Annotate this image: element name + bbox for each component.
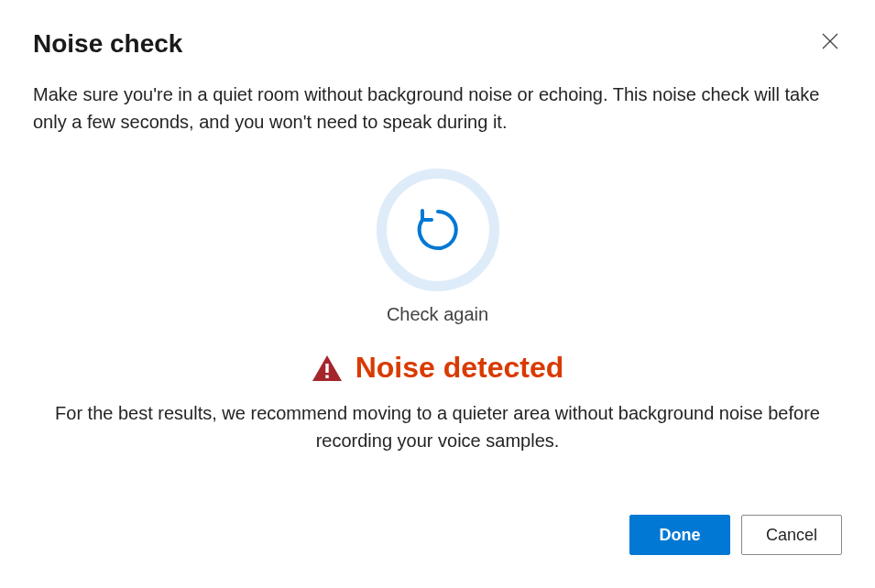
retry-icon [412, 204, 464, 256]
close-icon [822, 33, 838, 49]
noise-check-dialog: Noise check Make sure you're in a quiet … [0, 0, 875, 588]
svg-rect-3 [325, 375, 328, 377]
dialog-title: Noise check [33, 29, 182, 59]
close-button[interactable] [818, 29, 842, 53]
cancel-button[interactable]: Cancel [741, 515, 842, 555]
status-title: Noise detected [355, 351, 564, 385]
dialog-header: Noise check [33, 29, 842, 59]
status-heading: Noise detected [33, 351, 842, 385]
svg-rect-2 [325, 364, 328, 373]
status-area: Noise detected For the best results, we … [33, 351, 842, 454]
check-again-button[interactable] [377, 169, 499, 291]
done-button[interactable]: Done [629, 515, 730, 555]
status-message: For the best results, we recommend movin… [33, 399, 842, 454]
check-area: Check again [33, 169, 842, 325]
check-again-label: Check again [387, 304, 488, 325]
dialog-footer: Done Cancel [629, 515, 842, 555]
dialog-description: Make sure you're in a quiet room without… [33, 81, 842, 136]
warning-icon [312, 354, 343, 382]
